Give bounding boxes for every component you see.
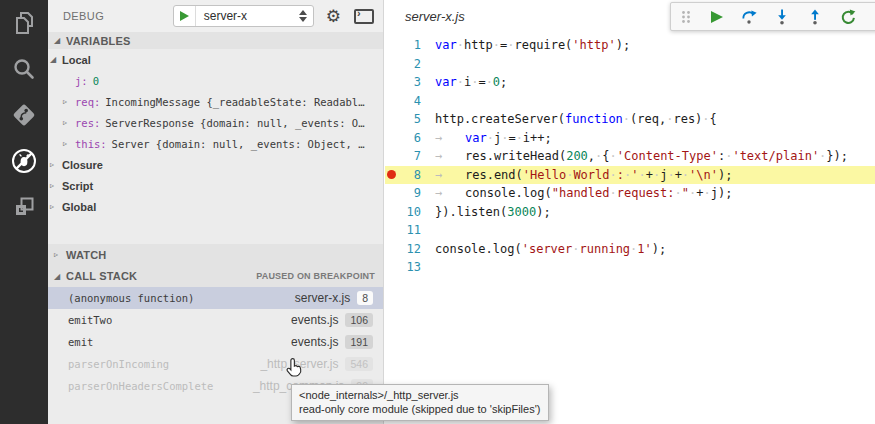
variable-name: req:: [75, 96, 100, 108]
explorer-icon[interactable]: [4, 6, 44, 40]
debug-icon[interactable]: [4, 144, 44, 178]
activity-bar: [0, 0, 48, 424]
code-line[interactable]: 7→res.writeHead(200,·{·'Content-Type':·'…: [385, 147, 875, 166]
stack-frame-row[interactable]: (anonymous function)server-x.js8: [48, 287, 383, 309]
debug-sidebar: DEBUG server-x ⚙ › ◢ VARIABLES ◢Localj:0…: [48, 0, 384, 424]
keyword-token: function: [565, 112, 623, 126]
variable-name: j:: [75, 75, 88, 87]
code-token: res.end(: [465, 168, 523, 182]
code-token: }).listen(: [435, 205, 507, 219]
collapsed-twistie-icon: ▹: [50, 202, 62, 211]
launch-configuration-select[interactable]: server-x: [196, 9, 299, 23]
line-number: 4: [398, 94, 421, 108]
continue-button[interactable]: [709, 9, 724, 25]
variable-row[interactable]: ▹res:ServerResponse {domain: null, _even…: [48, 112, 383, 133]
code-line[interactable]: 11: [385, 221, 875, 240]
whitespace-dot: ·: [819, 149, 826, 163]
code-line[interactable]: 2: [385, 55, 875, 74]
code-line[interactable]: 4: [385, 92, 875, 111]
whitespace-dot: ·: [487, 131, 494, 145]
tab-whitespace-icon: →: [435, 149, 465, 163]
code-line[interactable]: 5http.createServer(function·(req,·res)·{: [385, 110, 875, 129]
string-token: '\n': [689, 168, 718, 182]
code-line[interactable]: 13: [385, 258, 875, 277]
breakpoint-gutter[interactable]: [385, 170, 398, 179]
call-stack-section-header[interactable]: ◢ CALL STACK PAUSED ON BREAKPOINT: [48, 265, 383, 287]
code-token: ·i·=·: [457, 75, 493, 89]
variable-value: ServerResponse {domain: null, _events: O…: [105, 117, 364, 129]
expanded-twistie-icon: ◢: [54, 272, 66, 281]
breakpoint-icon: [387, 170, 396, 179]
frame-line-badge: 546: [345, 357, 373, 371]
line-number: 5: [398, 112, 421, 126]
toolbar-drag-handle[interactable]: [680, 9, 692, 25]
source-control-icon[interactable]: [4, 98, 44, 132]
string-token: 'text/plain': [732, 149, 819, 163]
debug-console-icon[interactable]: ›: [354, 9, 374, 24]
frame-function-name: emitTwo: [68, 314, 112, 326]
search-icon[interactable]: [4, 52, 44, 86]
launch-configuration-control: server-x: [173, 5, 314, 27]
extensions-icon[interactable]: [4, 190, 44, 224]
stack-frame-row[interactable]: emitTwoevents.js106: [48, 309, 383, 331]
code-line[interactable]: 12console.log('server·running·1');: [385, 240, 875, 259]
code-line[interactable]: 9→console.log("handled·request:·"·+·j);: [385, 184, 875, 203]
code-line[interactable]: 3var·i·=·0;: [385, 73, 875, 92]
variable-row[interactable]: ▹this:Server {domain: null, _events: Obj…: [48, 133, 383, 154]
line-number: 1: [398, 38, 421, 52]
step-out-button[interactable]: [807, 9, 823, 25]
whitespace-dot: ·: [653, 168, 660, 182]
variable-row[interactable]: j:0: [48, 70, 383, 91]
scope-row[interactable]: ▹Script: [48, 175, 383, 196]
code-token: );: [536, 205, 550, 219]
code-line[interactable]: 10}).listen(3000);: [385, 203, 875, 222]
scope-row[interactable]: ◢Local: [48, 49, 383, 70]
line-number: 9: [398, 186, 421, 200]
variable-row[interactable]: ▹req:IncomingMessage {_readableState: Re…: [48, 91, 383, 112]
vscode-debug-window: DEBUG server-x ⚙ › ◢ VARIABLES ◢Localj:0…: [0, 0, 875, 424]
scope-row[interactable]: ▹Closure: [48, 154, 383, 175]
variables-section-title: VARIABLES: [66, 35, 131, 47]
variable-value: IncomingMessage {_readableState: Readabl…: [105, 96, 364, 108]
restart-button[interactable]: [840, 9, 856, 25]
step-over-button[interactable]: [741, 9, 757, 25]
line-number: 12: [398, 242, 421, 256]
line-number: 6: [398, 131, 421, 145]
whitespace-dot: ·: [610, 168, 617, 182]
scope-label: Global: [62, 201, 96, 213]
code-token: console.log(: [435, 242, 522, 256]
code-line[interactable]: 8→res.end('Hello·World·:·'·+·j·+·'\n');: [385, 166, 875, 185]
whitespace-dot: ·: [638, 168, 645, 182]
frame-function-name: emit: [68, 336, 93, 348]
whitespace-dot: ·: [667, 168, 674, 182]
variables-section-header[interactable]: ◢ VARIABLES: [48, 32, 383, 49]
expanded-twistie-icon: ◢: [50, 55, 62, 64]
scope-row[interactable]: ▹Global: [48, 196, 383, 217]
step-into-button[interactable]: [774, 9, 790, 25]
start-debug-button[interactable]: [174, 6, 196, 26]
collapsed-twistie-icon: ▹: [63, 118, 75, 127]
code-line[interactable]: 1var·http·=·require('http');: [385, 36, 875, 55]
code-token: :·: [718, 149, 732, 163]
select-spinner-icon[interactable]: [299, 10, 313, 22]
code-line[interactable]: 6→var·j·=·i++;: [385, 129, 875, 148]
stack-frame-row[interactable]: emitevents.js191: [48, 331, 383, 353]
scope-label: Closure: [62, 159, 103, 171]
whitespace-dot: ·: [630, 242, 637, 256]
code-token: http.createServer(: [435, 112, 565, 126]
collapsed-twistie-icon: ▹: [63, 139, 75, 148]
string-token: "handled·request:·": [552, 186, 689, 200]
frame-line-badge: 106: [345, 313, 373, 327]
line-number: 7: [398, 149, 421, 163]
line-number: 11: [398, 223, 421, 237]
watch-section-header[interactable]: ▹ WATCH: [48, 244, 383, 265]
code-token: );: [652, 242, 666, 256]
stack-frame-row[interactable]: parserOnIncoming_http_server.js546: [48, 353, 383, 375]
call-stack-list: (anonymous function)server-x.js8emitTwoe…: [48, 287, 383, 397]
frame-file-name: _http_server.js: [260, 357, 338, 371]
variables-list: ◢Localj:0▹req:IncomingMessage {_readable…: [48, 49, 383, 217]
gear-icon[interactable]: ⚙: [326, 8, 341, 25]
code-token: ·j·=·i++;: [487, 131, 552, 145]
number-token: 200: [566, 149, 588, 163]
whitespace-dot: ·: [516, 131, 523, 145]
